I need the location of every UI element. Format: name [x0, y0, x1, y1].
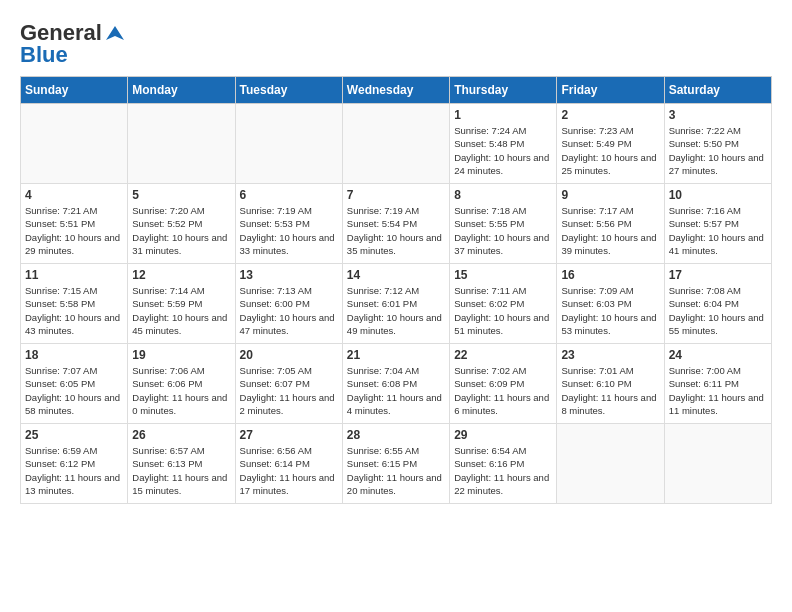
- day-info: Sunrise: 7:13 AMSunset: 6:00 PMDaylight:…: [240, 284, 338, 337]
- day-number: 9: [561, 188, 659, 202]
- day-number: 21: [347, 348, 445, 362]
- day-info: Sunrise: 7:05 AMSunset: 6:07 PMDaylight:…: [240, 364, 338, 417]
- day-info: Sunrise: 7:18 AMSunset: 5:55 PMDaylight:…: [454, 204, 552, 257]
- logo-bird-icon: [104, 22, 126, 44]
- calendar-cell: 5Sunrise: 7:20 AMSunset: 5:52 PMDaylight…: [128, 184, 235, 264]
- day-header-tuesday: Tuesday: [235, 77, 342, 104]
- week-row-0: 1Sunrise: 7:24 AMSunset: 5:48 PMDaylight…: [21, 104, 772, 184]
- day-number: 13: [240, 268, 338, 282]
- day-info: Sunrise: 7:00 AMSunset: 6:11 PMDaylight:…: [669, 364, 767, 417]
- calendar-cell: 29Sunrise: 6:54 AMSunset: 6:16 PMDayligh…: [450, 424, 557, 504]
- day-header-friday: Friday: [557, 77, 664, 104]
- day-info: Sunrise: 7:23 AMSunset: 5:49 PMDaylight:…: [561, 124, 659, 177]
- day-number: 1: [454, 108, 552, 122]
- day-info: Sunrise: 7:15 AMSunset: 5:58 PMDaylight:…: [25, 284, 123, 337]
- calendar-table: SundayMondayTuesdayWednesdayThursdayFrid…: [20, 76, 772, 504]
- day-number: 4: [25, 188, 123, 202]
- day-number: 2: [561, 108, 659, 122]
- day-header-saturday: Saturday: [664, 77, 771, 104]
- logo-blue: Blue: [20, 42, 68, 68]
- day-info: Sunrise: 7:24 AMSunset: 5:48 PMDaylight:…: [454, 124, 552, 177]
- day-number: 12: [132, 268, 230, 282]
- day-number: 27: [240, 428, 338, 442]
- day-info: Sunrise: 7:01 AMSunset: 6:10 PMDaylight:…: [561, 364, 659, 417]
- week-row-3: 18Sunrise: 7:07 AMSunset: 6:05 PMDayligh…: [21, 344, 772, 424]
- day-info: Sunrise: 7:22 AMSunset: 5:50 PMDaylight:…: [669, 124, 767, 177]
- day-info: Sunrise: 7:12 AMSunset: 6:01 PMDaylight:…: [347, 284, 445, 337]
- day-info: Sunrise: 7:09 AMSunset: 6:03 PMDaylight:…: [561, 284, 659, 337]
- calendar-cell: 7Sunrise: 7:19 AMSunset: 5:54 PMDaylight…: [342, 184, 449, 264]
- day-number: 11: [25, 268, 123, 282]
- calendar-cell: 24Sunrise: 7:00 AMSunset: 6:11 PMDayligh…: [664, 344, 771, 424]
- calendar-cell: 3Sunrise: 7:22 AMSunset: 5:50 PMDaylight…: [664, 104, 771, 184]
- calendar-cell: 26Sunrise: 6:57 AMSunset: 6:13 PMDayligh…: [128, 424, 235, 504]
- calendar-cell: 4Sunrise: 7:21 AMSunset: 5:51 PMDaylight…: [21, 184, 128, 264]
- calendar-cell: 8Sunrise: 7:18 AMSunset: 5:55 PMDaylight…: [450, 184, 557, 264]
- calendar-cell: 28Sunrise: 6:55 AMSunset: 6:15 PMDayligh…: [342, 424, 449, 504]
- day-info: Sunrise: 6:59 AMSunset: 6:12 PMDaylight:…: [25, 444, 123, 497]
- day-header-monday: Monday: [128, 77, 235, 104]
- day-info: Sunrise: 7:17 AMSunset: 5:56 PMDaylight:…: [561, 204, 659, 257]
- day-number: 22: [454, 348, 552, 362]
- calendar-cell: 27Sunrise: 6:56 AMSunset: 6:14 PMDayligh…: [235, 424, 342, 504]
- calendar-cell: 11Sunrise: 7:15 AMSunset: 5:58 PMDayligh…: [21, 264, 128, 344]
- day-number: 6: [240, 188, 338, 202]
- calendar-cell: 1Sunrise: 7:24 AMSunset: 5:48 PMDaylight…: [450, 104, 557, 184]
- day-number: 26: [132, 428, 230, 442]
- calendar-cell: [235, 104, 342, 184]
- calendar-cell: 23Sunrise: 7:01 AMSunset: 6:10 PMDayligh…: [557, 344, 664, 424]
- day-info: Sunrise: 7:08 AMSunset: 6:04 PMDaylight:…: [669, 284, 767, 337]
- day-number: 5: [132, 188, 230, 202]
- week-row-4: 25Sunrise: 6:59 AMSunset: 6:12 PMDayligh…: [21, 424, 772, 504]
- calendar-cell: 20Sunrise: 7:05 AMSunset: 6:07 PMDayligh…: [235, 344, 342, 424]
- day-number: 25: [25, 428, 123, 442]
- calendar-cell: 14Sunrise: 7:12 AMSunset: 6:01 PMDayligh…: [342, 264, 449, 344]
- day-number: 24: [669, 348, 767, 362]
- day-info: Sunrise: 7:16 AMSunset: 5:57 PMDaylight:…: [669, 204, 767, 257]
- calendar-cell: 18Sunrise: 7:07 AMSunset: 6:05 PMDayligh…: [21, 344, 128, 424]
- day-info: Sunrise: 6:57 AMSunset: 6:13 PMDaylight:…: [132, 444, 230, 497]
- day-number: 17: [669, 268, 767, 282]
- day-info: Sunrise: 6:55 AMSunset: 6:15 PMDaylight:…: [347, 444, 445, 497]
- calendar-cell: [128, 104, 235, 184]
- day-info: Sunrise: 7:04 AMSunset: 6:08 PMDaylight:…: [347, 364, 445, 417]
- day-info: Sunrise: 7:14 AMSunset: 5:59 PMDaylight:…: [132, 284, 230, 337]
- day-number: 7: [347, 188, 445, 202]
- day-info: Sunrise: 7:11 AMSunset: 6:02 PMDaylight:…: [454, 284, 552, 337]
- day-number: 10: [669, 188, 767, 202]
- calendar-cell: 16Sunrise: 7:09 AMSunset: 6:03 PMDayligh…: [557, 264, 664, 344]
- calendar-cell: 10Sunrise: 7:16 AMSunset: 5:57 PMDayligh…: [664, 184, 771, 264]
- calendar-cell: [557, 424, 664, 504]
- day-number: 23: [561, 348, 659, 362]
- day-info: Sunrise: 7:21 AMSunset: 5:51 PMDaylight:…: [25, 204, 123, 257]
- day-info: Sunrise: 6:56 AMSunset: 6:14 PMDaylight:…: [240, 444, 338, 497]
- day-number: 29: [454, 428, 552, 442]
- calendar-cell: 12Sunrise: 7:14 AMSunset: 5:59 PMDayligh…: [128, 264, 235, 344]
- calendar-cell: 21Sunrise: 7:04 AMSunset: 6:08 PMDayligh…: [342, 344, 449, 424]
- week-row-2: 11Sunrise: 7:15 AMSunset: 5:58 PMDayligh…: [21, 264, 772, 344]
- calendar-cell: 9Sunrise: 7:17 AMSunset: 5:56 PMDaylight…: [557, 184, 664, 264]
- header-row: SundayMondayTuesdayWednesdayThursdayFrid…: [21, 77, 772, 104]
- day-info: Sunrise: 7:06 AMSunset: 6:06 PMDaylight:…: [132, 364, 230, 417]
- day-number: 20: [240, 348, 338, 362]
- calendar-cell: 17Sunrise: 7:08 AMSunset: 6:04 PMDayligh…: [664, 264, 771, 344]
- calendar-cell: 19Sunrise: 7:06 AMSunset: 6:06 PMDayligh…: [128, 344, 235, 424]
- day-header-wednesday: Wednesday: [342, 77, 449, 104]
- week-row-1: 4Sunrise: 7:21 AMSunset: 5:51 PMDaylight…: [21, 184, 772, 264]
- day-info: Sunrise: 7:19 AMSunset: 5:53 PMDaylight:…: [240, 204, 338, 257]
- calendar-cell: 6Sunrise: 7:19 AMSunset: 5:53 PMDaylight…: [235, 184, 342, 264]
- day-header-thursday: Thursday: [450, 77, 557, 104]
- calendar-cell: 15Sunrise: 7:11 AMSunset: 6:02 PMDayligh…: [450, 264, 557, 344]
- svg-marker-0: [106, 26, 124, 40]
- day-number: 28: [347, 428, 445, 442]
- calendar-cell: 13Sunrise: 7:13 AMSunset: 6:00 PMDayligh…: [235, 264, 342, 344]
- calendar-cell: [664, 424, 771, 504]
- day-number: 14: [347, 268, 445, 282]
- day-number: 16: [561, 268, 659, 282]
- day-number: 15: [454, 268, 552, 282]
- day-number: 18: [25, 348, 123, 362]
- calendar-cell: 2Sunrise: 7:23 AMSunset: 5:49 PMDaylight…: [557, 104, 664, 184]
- calendar-cell: [21, 104, 128, 184]
- calendar-cell: 25Sunrise: 6:59 AMSunset: 6:12 PMDayligh…: [21, 424, 128, 504]
- day-number: 19: [132, 348, 230, 362]
